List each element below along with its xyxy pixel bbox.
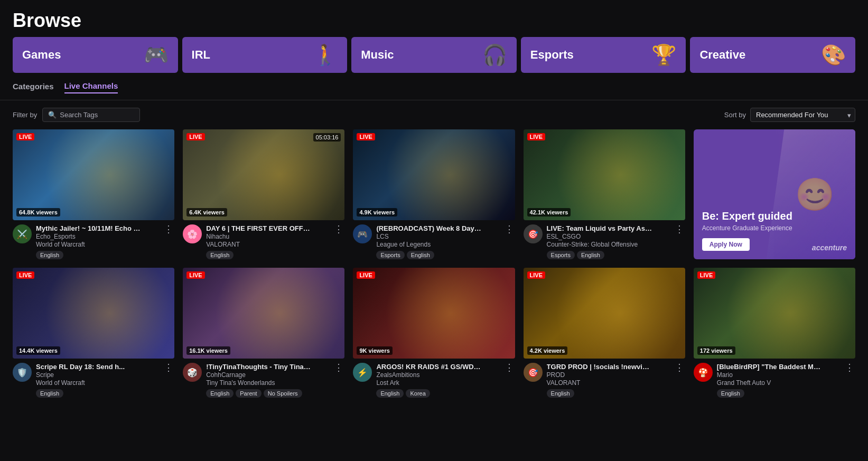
category-label-creative: Creative (699, 48, 745, 62)
filter-left: Filter by 🔍 (13, 108, 140, 122)
stream-tags: EsportsEnglish (547, 251, 669, 259)
stream-channel[interactable]: PROD (547, 371, 669, 379)
avatar-9: 🎯 (524, 363, 543, 382)
more-options-button[interactable]: ⋮ (333, 224, 344, 234)
live-badge: LIVE (697, 271, 715, 279)
category-card-creative[interactable]: Creative 🎨 (690, 37, 855, 73)
stream-info-3: 🎮 (REBROADCAST) Week 8 Day 1 | L... LCS … (353, 224, 515, 259)
stream-game[interactable]: League of Legends (376, 241, 499, 248)
thumb-decoration (353, 129, 515, 220)
stream-tag[interactable]: Parent (236, 389, 261, 398)
stream-card-10[interactable]: LIVE 172 viewers 🍄 [BlueBirdRP] "The Bad… (694, 268, 855, 398)
stream-channel[interactable]: LCS (376, 233, 499, 240)
stream-card-6[interactable]: LIVE 14.4K viewers 🛡️ Scripe RL Day 18: … (13, 268, 174, 398)
stream-card-7[interactable]: LIVE 16.1K viewers 🎲 !TinyTinaThoughts -… (183, 268, 344, 398)
stream-card-4[interactable]: LIVE 42.1K viewers 🎯 LIVE: Team Liquid v… (524, 129, 685, 259)
stream-tag[interactable]: English (577, 251, 604, 259)
more-options-button[interactable]: ⋮ (333, 363, 344, 372)
stream-card-3[interactable]: LIVE 4.9K viewers 🎮 (REBROADCAST) Week 8… (353, 129, 515, 259)
stream-tag[interactable]: English (36, 389, 63, 398)
stream-info-1: ⚔️ Mythic Jailer! ~ 10/11M! Echo vs. ...… (13, 224, 174, 259)
stream-title: Scripe RL Day 18: Send h... (36, 363, 142, 371)
more-options-button[interactable]: ⋮ (503, 224, 515, 234)
stream-meta-1: Mythic Jailer! ~ 10/11M! Echo vs. ... Ec… (36, 224, 158, 259)
more-options-button[interactable]: ⋮ (674, 363, 685, 372)
stream-tag[interactable]: English (407, 251, 434, 259)
stream-game[interactable]: Lost Ark (376, 379, 499, 387)
stream-tag[interactable]: Korea (406, 389, 430, 398)
search-tags-input[interactable] (60, 111, 134, 119)
live-badge: LIVE (186, 133, 204, 140)
stream-card-2[interactable]: LIVE 05:03:16 6.4K viewers 🌸 DAY 6 | THE… (183, 129, 344, 259)
stream-game[interactable]: VALORANT (547, 379, 669, 387)
stream-tags: English (36, 251, 158, 259)
stream-info-7: 🎲 !TinyTinaThoughts - Tiny Tina's W... C… (183, 363, 344, 398)
stream-game[interactable]: Counter-Strike: Global Offensive (547, 241, 669, 248)
stream-channel[interactable]: Nihachu (206, 233, 329, 240)
stream-tag[interactable]: English (206, 251, 234, 259)
category-card-music[interactable]: Music 🎧 (351, 37, 517, 73)
stream-tags: English (717, 389, 839, 398)
stream-info-9: 🎯 TGRD PROD | !socials !newvid !du... PR… (524, 363, 685, 398)
tab-live-channels[interactable]: Live Channels (64, 81, 118, 93)
filter-label: Filter by (13, 111, 37, 119)
ad-cta-button[interactable]: Apply Now (702, 238, 750, 251)
stream-card-5[interactable]: 😊 Be: Expert guided Accenture Graduate E… (694, 129, 855, 259)
stream-tag[interactable]: English (206, 389, 234, 398)
more-options-button[interactable]: ⋮ (163, 224, 174, 234)
avatar-1: ⚔️ (13, 224, 32, 243)
stream-tag[interactable]: English (376, 389, 404, 398)
stream-title: TGRD PROD | !socials !newvid !du... (547, 363, 652, 371)
category-card-games[interactable]: Games 🎮 (13, 37, 178, 73)
stream-meta-8: ARGOS! KR RAIDS #1 GS/WD/BLA... ZealsAmb… (376, 363, 499, 398)
thumb-decoration (694, 268, 855, 359)
stream-game[interactable]: Grand Theft Auto V (717, 379, 839, 387)
category-card-esports[interactable]: Esports 🏆 (521, 37, 686, 73)
stream-thumbnail-3: LIVE 4.9K viewers (353, 129, 515, 220)
stream-channel[interactable]: CohhCarnage (206, 371, 329, 379)
search-input-wrap[interactable]: 🔍 (42, 108, 140, 122)
category-card-irl[interactable]: IRL 🚶 (182, 37, 348, 73)
stream-game[interactable]: VALORANT (206, 241, 329, 248)
stream-tags: English (206, 251, 329, 259)
stream-channel[interactable]: Mario (717, 371, 839, 379)
stream-card-8[interactable]: LIVE 9K viewers ⚡ ARGOS! KR RAIDS #1 GS/… (353, 268, 515, 398)
tab-categories[interactable]: Categories (13, 82, 54, 93)
stream-tag[interactable]: English (717, 389, 744, 398)
category-icon-esports: 🏆 (651, 43, 676, 67)
more-options-button[interactable]: ⋮ (674, 224, 685, 234)
stream-tag[interactable]: English (36, 251, 63, 259)
more-options-button[interactable]: ⋮ (844, 363, 855, 372)
category-label-irl: IRL (192, 48, 210, 62)
category-icon-creative: 🎨 (821, 43, 846, 67)
stream-game[interactable]: Tiny Tina's Wonderlands (206, 379, 329, 387)
stream-tag[interactable]: Esports (547, 251, 575, 259)
avatar-7: 🎲 (183, 363, 202, 382)
stream-channel[interactable]: ZealsAmbitions (376, 371, 499, 379)
viewer-count: 4.2K viewers (527, 346, 568, 355)
stream-game[interactable]: World of Warcraft (36, 379, 158, 387)
stream-card-9[interactable]: LIVE 4.2K viewers 🎯 TGRD PROD | !socials… (524, 268, 685, 398)
stream-channel[interactable]: Scripe (36, 371, 158, 379)
stream-card-1[interactable]: LIVE 64.8K viewers ⚔️ Mythic Jailer! ~ 1… (13, 129, 174, 259)
stream-channel[interactable]: Echo_Esports (36, 233, 158, 240)
viewer-count: 42.1K viewers (527, 208, 571, 217)
stream-title: ARGOS! KR RAIDS #1 GS/WD/BLA... (376, 363, 482, 371)
stream-channel[interactable]: ESL_CSGO (547, 233, 669, 240)
category-icon-music: 🎧 (482, 43, 507, 67)
stream-thumbnail-2: LIVE 05:03:16 6.4K viewers (183, 129, 344, 220)
more-options-button[interactable]: ⋮ (163, 363, 174, 372)
thumb-decoration (183, 268, 344, 359)
stream-tag[interactable]: English (547, 389, 574, 398)
category-icon-games: 🎮 (144, 43, 169, 67)
stream-grid: LIVE 64.8K viewers ⚔️ Mythic Jailer! ~ 1… (0, 129, 868, 408)
stream-tag[interactable]: No Spoilers (264, 389, 302, 398)
stream-meta-10: [BlueBirdRP] "The Baddest Man In... Mari… (717, 363, 839, 398)
thumb-decoration (13, 268, 174, 359)
more-options-button[interactable]: ⋮ (503, 363, 515, 372)
stream-game[interactable]: World of Warcraft (36, 241, 158, 248)
stream-tag[interactable]: Esports (376, 251, 404, 259)
sort-select[interactable]: Recommended For YouViewer Count (High to… (750, 108, 855, 122)
stream-thumbnail-4: LIVE 42.1K viewers (524, 129, 685, 220)
live-badge: LIVE (527, 271, 545, 279)
